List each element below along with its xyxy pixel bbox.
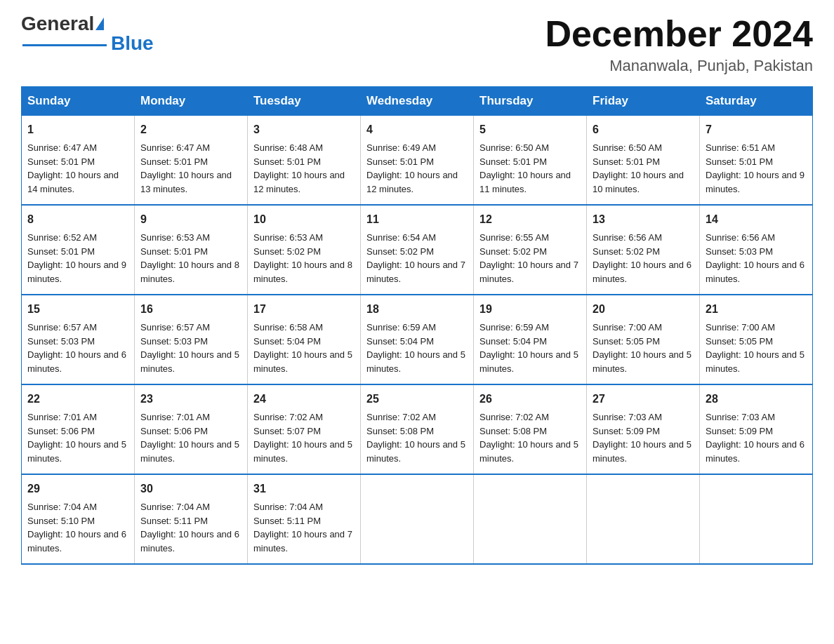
- sunset-label: Sunset: 5:08 PM: [479, 426, 547, 436]
- table-row: 19 Sunrise: 6:59 AM Sunset: 5:04 PM Dayl…: [474, 295, 587, 384]
- day-number: 7: [706, 121, 807, 138]
- calendar-header-row: Sunday Monday Tuesday Wednesday Thursday…: [22, 87, 813, 116]
- daylight-label: Daylight: 10 hours and 5 minutes.: [366, 439, 465, 464]
- col-thursday: Thursday: [474, 87, 587, 116]
- sunrise-label: Sunrise: 6:47 AM: [140, 142, 210, 153]
- sunset-label: Sunset: 5:01 PM: [140, 156, 208, 167]
- sunrise-label: Sunrise: 6:58 AM: [253, 322, 323, 333]
- daylight-label: Daylight: 10 hours and 12 minutes.: [253, 170, 345, 194]
- table-row: 21 Sunrise: 7:00 AM Sunset: 5:05 PM Dayl…: [700, 295, 813, 384]
- day-number: 29: [27, 481, 128, 497]
- daylight-label: Daylight: 10 hours and 6 minutes.: [593, 260, 691, 284]
- table-row: [700, 474, 813, 564]
- col-saturday: Saturday: [700, 87, 813, 116]
- sunrise-label: Sunrise: 7:02 AM: [366, 412, 436, 422]
- sunrise-label: Sunrise: 6:53 AM: [253, 232, 323, 243]
- table-row: 27 Sunrise: 7:03 AM Sunset: 5:09 PM Dayl…: [587, 384, 700, 474]
- daylight-label: Daylight: 10 hours and 5 minutes.: [253, 439, 352, 464]
- daylight-label: Daylight: 10 hours and 7 minutes.: [366, 260, 465, 284]
- sunrise-label: Sunrise: 7:03 AM: [706, 412, 775, 422]
- daylight-label: Daylight: 10 hours and 6 minutes.: [706, 439, 805, 464]
- calendar-week-row: 22 Sunrise: 7:01 AM Sunset: 5:06 PM Dayl…: [22, 384, 813, 474]
- sunset-label: Sunset: 5:02 PM: [366, 246, 434, 257]
- sunrise-label: Sunrise: 6:52 AM: [27, 232, 97, 243]
- daylight-label: Daylight: 10 hours and 9 minutes.: [706, 170, 805, 194]
- sunset-label: Sunset: 5:04 PM: [366, 336, 434, 347]
- sunrise-label: Sunrise: 6:50 AM: [593, 142, 662, 153]
- logo: General Blue: [21, 14, 154, 53]
- sunrise-label: Sunrise: 6:55 AM: [479, 232, 549, 243]
- daylight-label: Daylight: 10 hours and 13 minutes.: [140, 170, 232, 194]
- sunrise-label: Sunrise: 6:47 AM: [27, 142, 97, 153]
- table-row: 8 Sunrise: 6:52 AM Sunset: 5:01 PM Dayli…: [22, 205, 135, 295]
- sunrise-label: Sunrise: 6:51 AM: [706, 142, 775, 153]
- day-number: 13: [593, 211, 694, 228]
- day-number: 19: [479, 301, 581, 318]
- calendar-table: Sunday Monday Tuesday Wednesday Thursday…: [21, 86, 813, 565]
- daylight-label: Daylight: 10 hours and 5 minutes.: [479, 349, 578, 374]
- table-row: 23 Sunrise: 7:01 AM Sunset: 5:06 PM Dayl…: [135, 384, 248, 474]
- day-number: 23: [140, 391, 241, 408]
- daylight-label: Daylight: 10 hours and 5 minutes.: [593, 439, 691, 464]
- day-number: 28: [706, 391, 807, 408]
- sunset-label: Sunset: 5:01 PM: [366, 156, 434, 167]
- table-row: 28 Sunrise: 7:03 AM Sunset: 5:09 PM Dayl…: [700, 384, 813, 474]
- day-number: 1: [27, 121, 128, 138]
- sunset-label: Sunset: 5:01 PM: [27, 156, 95, 167]
- day-number: 25: [366, 391, 468, 408]
- table-row: 10 Sunrise: 6:53 AM Sunset: 5:02 PM Dayl…: [248, 205, 361, 295]
- day-number: 31: [253, 481, 355, 497]
- day-number: 24: [253, 391, 355, 408]
- day-number: 11: [366, 211, 468, 228]
- col-tuesday: Tuesday: [248, 87, 361, 116]
- day-number: 4: [366, 121, 468, 138]
- day-number: 2: [140, 121, 241, 138]
- daylight-label: Daylight: 10 hours and 6 minutes.: [27, 349, 126, 374]
- day-number: 27: [593, 391, 694, 408]
- sunset-label: Sunset: 5:03 PM: [140, 336, 208, 347]
- day-number: 9: [140, 211, 241, 228]
- col-friday: Friday: [587, 87, 700, 116]
- sunrise-label: Sunrise: 6:56 AM: [593, 232, 662, 243]
- sunset-label: Sunset: 5:07 PM: [253, 426, 321, 436]
- sunrise-label: Sunrise: 7:04 AM: [253, 502, 323, 512]
- table-row: 29 Sunrise: 7:04 AM Sunset: 5:10 PM Dayl…: [22, 474, 135, 564]
- table-row: 1 Sunrise: 6:47 AM Sunset: 5:01 PM Dayli…: [22, 116, 135, 206]
- day-number: 22: [27, 391, 128, 408]
- sunrise-label: Sunrise: 7:00 AM: [706, 322, 775, 333]
- daylight-label: Daylight: 10 hours and 14 minutes.: [27, 170, 119, 194]
- logo-line: [22, 44, 107, 46]
- sunrise-label: Sunrise: 6:49 AM: [366, 142, 436, 153]
- daylight-label: Daylight: 10 hours and 5 minutes.: [140, 439, 239, 464]
- calendar-week-row: 1 Sunrise: 6:47 AM Sunset: 5:01 PM Dayli…: [22, 116, 813, 206]
- day-number: 6: [593, 121, 694, 138]
- daylight-label: Daylight: 10 hours and 7 minutes.: [253, 529, 352, 554]
- logo-text-general: General: [21, 14, 94, 34]
- sunset-label: Sunset: 5:09 PM: [593, 426, 660, 436]
- sunset-label: Sunset: 5:03 PM: [706, 246, 773, 257]
- sunrise-label: Sunrise: 6:48 AM: [253, 142, 323, 153]
- day-number: 26: [479, 391, 581, 408]
- daylight-label: Daylight: 10 hours and 7 minutes.: [479, 260, 578, 284]
- table-row: [474, 474, 587, 564]
- page-header: General Blue December 2024 Mananwala, Pu…: [21, 14, 813, 75]
- table-row: [361, 474, 474, 564]
- daylight-label: Daylight: 10 hours and 5 minutes.: [27, 439, 126, 464]
- table-row: [587, 474, 700, 564]
- sunset-label: Sunset: 5:09 PM: [706, 426, 773, 436]
- sunrise-label: Sunrise: 7:03 AM: [593, 412, 662, 422]
- day-number: 17: [253, 301, 355, 318]
- sunset-label: Sunset: 5:10 PM: [27, 516, 95, 526]
- daylight-label: Daylight: 10 hours and 10 minutes.: [593, 170, 684, 194]
- daylight-label: Daylight: 10 hours and 5 minutes.: [593, 349, 691, 374]
- sunset-label: Sunset: 5:01 PM: [593, 156, 660, 167]
- sunset-label: Sunset: 5:05 PM: [706, 336, 773, 347]
- day-number: 21: [706, 301, 807, 318]
- sunrise-label: Sunrise: 7:01 AM: [27, 412, 97, 422]
- sunrise-label: Sunrise: 6:56 AM: [706, 232, 775, 243]
- sunset-label: Sunset: 5:04 PM: [479, 336, 547, 347]
- sunrise-label: Sunrise: 7:04 AM: [27, 502, 97, 512]
- sunset-label: Sunset: 5:02 PM: [253, 246, 321, 257]
- table-row: 4 Sunrise: 6:49 AM Sunset: 5:01 PM Dayli…: [361, 116, 474, 206]
- sunrise-label: Sunrise: 6:59 AM: [479, 322, 549, 333]
